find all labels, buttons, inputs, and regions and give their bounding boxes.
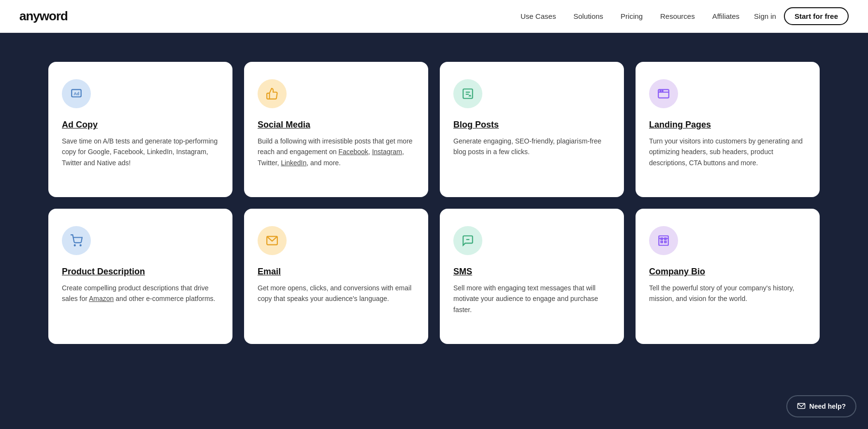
email-icon [266, 234, 278, 247]
svg-point-7 [660, 90, 661, 91]
card-social-media: Social Media Build a following with irre… [244, 62, 428, 197]
cart-icon [70, 234, 83, 247]
nav-use-cases[interactable]: Use Cases [521, 12, 556, 20]
card-ad-copy: Ad Ad Copy Save time on A/B tests and ge… [48, 62, 232, 197]
svg-rect-16 [661, 241, 663, 243]
company-bio-icon-wrapper [649, 226, 678, 255]
svg-point-8 [662, 90, 663, 91]
blog-posts-icon-wrapper [453, 79, 482, 108]
window-icon [657, 87, 670, 100]
card-sms: SMS Sell more with engaging text message… [440, 209, 624, 344]
landing-pages-title[interactable]: Landing Pages [649, 120, 806, 130]
card-landing-pages: Landing Pages Turn your visitors into cu… [636, 62, 820, 197]
main-content: Ad Ad Copy Save time on A/B tests and ge… [0, 33, 868, 429]
nav-affiliates[interactable]: Affiliates [712, 12, 739, 20]
need-help-button[interactable]: Need help? [786, 395, 856, 417]
product-desc-desc: Create compelling product descriptions t… [62, 283, 219, 304]
thumbsup-icon [266, 87, 278, 100]
svg-rect-13 [659, 236, 668, 245]
social-media-desc: Build a following with irresistible post… [258, 136, 415, 168]
ad-icon: Ad [70, 87, 83, 100]
building-icon [657, 234, 670, 247]
ad-copy-desc: Save time on A/B tests and generate top-… [62, 136, 219, 168]
facebook-link[interactable]: Facebook [338, 148, 368, 156]
blog-posts-desc: Generate engaging, SEO-friendly, plagiar… [453, 136, 610, 157]
email-desc: Get more opens, clicks, and conversions … [258, 283, 415, 304]
svg-point-10 [80, 245, 81, 246]
email-icon-wrapper [258, 226, 287, 255]
nav-solutions[interactable]: Solutions [573, 12, 603, 20]
sms-icon [462, 234, 474, 247]
start-for-free-button[interactable]: Start for free [784, 7, 849, 25]
email-title[interactable]: Email [258, 267, 415, 277]
nav-resources[interactable]: Resources [660, 12, 695, 20]
svg-point-9 [74, 245, 75, 246]
chat-icon [797, 402, 806, 411]
need-help-label: Need help? [810, 402, 846, 410]
nav-pricing[interactable]: Pricing [621, 12, 643, 20]
card-product-description: Product Description Create compelling pr… [48, 209, 232, 344]
company-bio-title[interactable]: Company Bio [649, 267, 806, 277]
logo: anyword [19, 9, 68, 24]
card-company-bio: Company Bio Tell the powerful story of y… [636, 209, 820, 344]
company-bio-desc: Tell the powerful story of your company'… [649, 283, 806, 304]
landing-pages-desc: Turn your visitors into customers by gen… [649, 136, 806, 168]
cards-grid: Ad Ad Copy Save time on A/B tests and ge… [48, 62, 820, 344]
product-desc-icon-wrapper [62, 226, 91, 255]
sms-desc: Sell more with engaging text messages th… [453, 283, 610, 315]
linkedin-link[interactable]: LinkedIn [281, 159, 306, 167]
svg-text:Ad: Ad [74, 91, 80, 96]
amazon-link[interactable]: Amazon [89, 295, 114, 302]
navbar: anyword Use Cases Solutions Pricing Reso… [0, 0, 868, 33]
instagram-link[interactable]: Instagram [372, 148, 402, 156]
social-media-title[interactable]: Social Media [258, 120, 415, 130]
social-media-icon-wrapper [258, 79, 287, 108]
card-blog-posts: Blog Posts Generate engaging, SEO-friend… [440, 62, 624, 197]
svg-rect-17 [665, 241, 666, 243]
landing-pages-icon-wrapper [649, 79, 678, 108]
sms-title[interactable]: SMS [453, 267, 610, 277]
nav-links: Use Cases Solutions Pricing Resources Af… [521, 12, 739, 20]
blogpost-icon [462, 87, 474, 100]
sms-icon-wrapper [453, 226, 482, 255]
signin-link[interactable]: Sign in [754, 12, 776, 20]
ad-copy-icon-wrapper: Ad [62, 79, 91, 108]
product-desc-title[interactable]: Product Description [62, 267, 219, 277]
ad-copy-title[interactable]: Ad Copy [62, 120, 219, 130]
card-email: Email Get more opens, clicks, and conver… [244, 209, 428, 344]
blog-posts-title[interactable]: Blog Posts [453, 120, 610, 130]
